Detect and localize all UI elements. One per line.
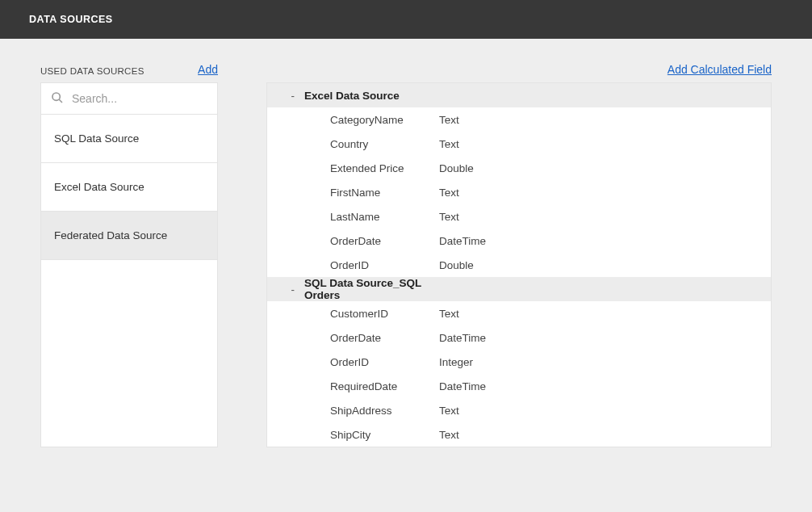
sidebar-title: USED DATA SOURCES [40, 66, 144, 76]
content-area: USED DATA SOURCES Add SQL Data SourceExc… [0, 39, 812, 472]
field-name: Extended Price [299, 162, 429, 174]
field-row[interactable]: CustomerIDText [267, 301, 771, 325]
field-row[interactable]: CategoryNameText [267, 107, 771, 132]
field-row[interactable]: ShipAddressText [267, 398, 771, 422]
svg-line-1 [59, 99, 62, 103]
data-source-item[interactable]: Federated Data Source [41, 212, 217, 260]
search-icon [51, 91, 64, 107]
field-type: Integer [429, 356, 590, 368]
collapse-icon[interactable]: - [267, 283, 299, 296]
field-row[interactable]: Extended PriceDouble [267, 156, 771, 180]
field-type: DateTime [429, 332, 590, 344]
sidebar: USED DATA SOURCES Add SQL Data SourceExc… [40, 63, 218, 447]
field-row[interactable]: FirstNameText [267, 180, 771, 204]
collapse-icon[interactable]: - [267, 90, 299, 102]
field-type: Double [429, 162, 590, 174]
field-type: Text [429, 429, 590, 441]
field-group-header[interactable]: -Excel Data Source [267, 83, 771, 107]
field-type: Text [429, 308, 590, 320]
field-name: OrderDate [299, 235, 429, 247]
main-header: Add Calculated Field [266, 63, 772, 76]
field-name: Country [299, 138, 429, 150]
field-row[interactable]: OrderDateDateTime [267, 229, 771, 253]
field-row[interactable]: OrderDateDateTime [267, 325, 771, 350]
field-name: CategoryName [299, 114, 429, 126]
svg-point-0 [52, 93, 60, 100]
data-source-list: SQL Data SourceExcel Data SourceFederate… [40, 115, 218, 447]
search-input[interactable] [72, 92, 207, 105]
field-row[interactable]: RequiredDateDateTime [267, 374, 771, 398]
field-type: Text [429, 138, 590, 150]
data-source-label: Federated Data Source [54, 229, 167, 241]
field-group-name: Excel Data Source [299, 90, 429, 102]
data-source-label: Excel Data Source [54, 181, 144, 193]
sidebar-header: USED DATA SOURCES Add [40, 63, 218, 76]
search-box[interactable] [40, 82, 218, 115]
data-source-item[interactable]: Excel Data Source [41, 163, 217, 212]
field-type: Text [429, 187, 590, 199]
field-name: LastName [299, 211, 429, 223]
add-data-source-link[interactable]: Add [198, 63, 218, 76]
field-row[interactable]: LastNameText [267, 204, 771, 229]
field-type: Text [429, 405, 590, 417]
page-header: DATA SOURCES [0, 0, 812, 39]
field-row[interactable]: OrderIDDouble [267, 253, 771, 277]
field-name: ShipCity [299, 429, 429, 441]
field-name: OrderDate [299, 332, 429, 344]
data-source-item[interactable]: SQL Data Source [41, 115, 217, 163]
field-name: RequiredDate [299, 380, 429, 392]
field-group-name: SQL Data Source_SQL Orders [299, 277, 429, 301]
field-name: CustomerID [299, 308, 429, 320]
field-name: OrderID [299, 356, 429, 368]
field-group-header[interactable]: -SQL Data Source_SQL Orders [267, 277, 771, 301]
field-type: Double [429, 259, 590, 271]
field-row[interactable]: CountryText [267, 132, 771, 156]
field-name: OrderID [299, 259, 429, 271]
data-source-label: SQL Data Source [54, 132, 139, 145]
field-name: ShipAddress [299, 405, 429, 417]
main-panel: Add Calculated Field -Excel Data SourceC… [266, 63, 772, 447]
field-row[interactable]: ShipCityText [267, 422, 771, 447]
field-type: DateTime [429, 380, 590, 392]
field-row[interactable]: OrderIDInteger [267, 350, 771, 374]
field-type: Text [429, 114, 590, 126]
field-type: Text [429, 211, 590, 223]
add-calculated-field-link[interactable]: Add Calculated Field [668, 63, 772, 76]
field-type: DateTime [429, 235, 590, 247]
field-name: FirstName [299, 187, 429, 199]
page-title: DATA SOURCES [29, 14, 113, 25]
fields-table: -Excel Data SourceCategoryNameTextCountr… [266, 82, 772, 447]
